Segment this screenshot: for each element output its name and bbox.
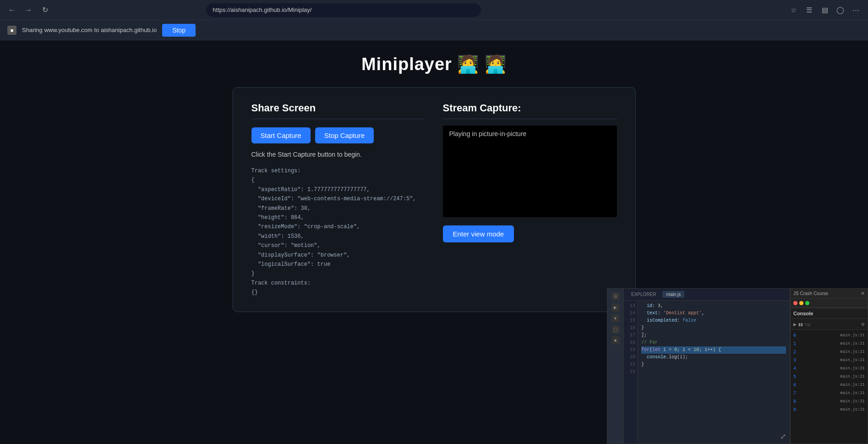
toolbar-block: ▮▮ bbox=[798, 322, 803, 327]
pip-text: Playing in picture-in-picture bbox=[449, 130, 527, 137]
sidebar-icon-5: ■ bbox=[611, 336, 620, 345]
devtools-panel: JS Crash Course ✕ Console ▶ ▮▮ top ⚙ 0ma… bbox=[790, 288, 868, 444]
toolbar-filter: ▶ bbox=[793, 322, 797, 327]
code-sidebar: ☰ ▶ ▼ ◯ ■ bbox=[607, 289, 624, 444]
code-line: text: 'Dentist appt', bbox=[641, 310, 786, 317]
code-line-highlight: for(let i = 0; i < 10; i++) { bbox=[641, 346, 786, 354]
code-line: console.log(i); bbox=[641, 354, 786, 361]
devtools-title: JS Crash Course bbox=[793, 291, 828, 296]
browser-chrome: ← → ↻ ☆ ☰ ▤ ◯ ⋯ bbox=[0, 0, 868, 20]
stop-capture-button[interactable]: Stop Capture bbox=[315, 127, 374, 143]
devtools-toolbar: ▶ ▮▮ top ⚙ bbox=[791, 319, 868, 330]
back-button[interactable]: ← bbox=[5, 4, 18, 16]
window-close-dot[interactable] bbox=[793, 301, 797, 305]
console-line-3: 3main.js:21 bbox=[791, 356, 868, 365]
devtools-console-bar: Console bbox=[791, 308, 868, 319]
bookmark-star-button[interactable]: ☆ bbox=[787, 4, 800, 16]
toolbar-gear: ⚙ bbox=[861, 322, 865, 327]
console-line-1: 1main.js:21 bbox=[791, 340, 868, 348]
share-screen-title: Share Screen bbox=[251, 102, 425, 119]
reload-button[interactable]: ↻ bbox=[38, 4, 51, 16]
profile-button[interactable]: ◯ bbox=[834, 4, 847, 16]
console-line-6: 6main.js:21 bbox=[791, 381, 868, 389]
stop-sharing-button[interactable]: Stop bbox=[162, 24, 196, 37]
address-bar[interactable] bbox=[206, 3, 481, 17]
code-line: } bbox=[641, 361, 786, 368]
sidebar-icon-3: ▼ bbox=[611, 314, 620, 323]
forward-button[interactable]: → bbox=[22, 4, 35, 16]
line-numbers: 13141516 17181920 2122 bbox=[624, 301, 638, 444]
floating-previews: ☰ ▶ ▼ ◯ ■ EXPLORER main.js 13141516 1718… bbox=[607, 288, 868, 444]
console-line-4: 4main.js:21 bbox=[791, 365, 868, 373]
devtools-header: JS Crash Course ✕ bbox=[791, 289, 868, 299]
code-tab-main[interactable]: main.js bbox=[662, 291, 684, 298]
code-area: 13141516 17181920 2122 id: 3, text: 'Den… bbox=[624, 301, 790, 444]
console-line-5: 5main.js:21 bbox=[791, 373, 868, 381]
sidebar-icon-2: ▶ bbox=[611, 303, 620, 312]
console-line-2: 2main.js:21 bbox=[791, 348, 868, 356]
code-line: ]; bbox=[641, 332, 786, 339]
sidebar-icon-1: ☰ bbox=[611, 292, 620, 301]
enter-view-mode-button[interactable]: Enter view mode bbox=[443, 225, 514, 242]
console-line-0: 0main.js:21 bbox=[791, 332, 868, 340]
capture-buttons: Start Capture Stop Capture bbox=[251, 127, 425, 143]
left-panel: Share Screen Start Capture Stop Capture … bbox=[251, 102, 425, 297]
card: Share Screen Start Capture Stop Capture … bbox=[233, 87, 636, 312]
devtools-content: 0main.js:21 1main.js:21 2main.js:21 3mai… bbox=[791, 330, 868, 416]
track-settings-label: Track settings: bbox=[251, 168, 301, 174]
window-min-dot[interactable] bbox=[799, 301, 803, 305]
expand-icon[interactable]: ⤢ bbox=[780, 432, 786, 441]
video-preview: Playing in picture-in-picture bbox=[443, 126, 617, 217]
share-bar: ■ Sharing www.youtube.com to aishanipach… bbox=[0, 20, 868, 40]
menu-button[interactable]: ⋯ bbox=[850, 4, 863, 16]
screen-share-icon: ■ bbox=[7, 26, 16, 35]
console-line-9: 9main.js:21 bbox=[791, 406, 868, 414]
page-title: Miniplayer 🧑‍💻 🧑‍💻 bbox=[361, 54, 507, 74]
collection-button[interactable]: ☰ bbox=[803, 4, 816, 16]
sidebar-icon-4: ◯ bbox=[611, 325, 620, 334]
code-editor-preview: ☰ ▶ ▼ ◯ ■ EXPLORER main.js 13141516 1718… bbox=[607, 288, 790, 444]
console-line-8: 8main.js:21 bbox=[791, 398, 868, 406]
code-tabs: EXPLORER main.js bbox=[624, 289, 790, 301]
right-panel: Stream Capture: Playing in picture-in-pi… bbox=[443, 102, 617, 297]
stream-capture-title: Stream Capture: bbox=[443, 102, 617, 119]
console-line-7: 7main.js:21 bbox=[791, 389, 868, 398]
devtools-close-button[interactable]: ✕ bbox=[861, 291, 865, 296]
code-line: // For bbox=[641, 339, 786, 346]
extension-button[interactable]: ▤ bbox=[819, 4, 831, 16]
code-line: } bbox=[641, 324, 786, 332]
window-max-dot[interactable] bbox=[805, 301, 809, 305]
code-main: EXPLORER main.js 13141516 17181920 2122 … bbox=[624, 289, 790, 444]
start-capture-button[interactable]: Start Capture bbox=[251, 127, 311, 143]
code-line: id: 3, bbox=[641, 302, 786, 310]
share-text: Sharing www.youtube.com to aishanipach.g… bbox=[22, 27, 157, 33]
main-content: Miniplayer 🧑‍💻 🧑‍💻 Share Screen Start Ca… bbox=[0, 40, 868, 326]
code-content: id: 3, text: 'Dentist appt', isCompleted… bbox=[638, 301, 790, 444]
instruction-text: Click the Start Capture button to begin. bbox=[251, 151, 425, 158]
code-line: isCompleted: false bbox=[641, 317, 786, 324]
track-settings: Track settings: { "aspectRatio": 1.77777… bbox=[251, 166, 425, 297]
browser-actions: ☆ ☰ ▤ ◯ ⋯ bbox=[787, 4, 863, 16]
devtools-console-label: Console bbox=[793, 311, 813, 316]
code-tab-explorer[interactable]: EXPLORER bbox=[628, 291, 660, 298]
toolbar-spacer: top bbox=[805, 322, 859, 327]
